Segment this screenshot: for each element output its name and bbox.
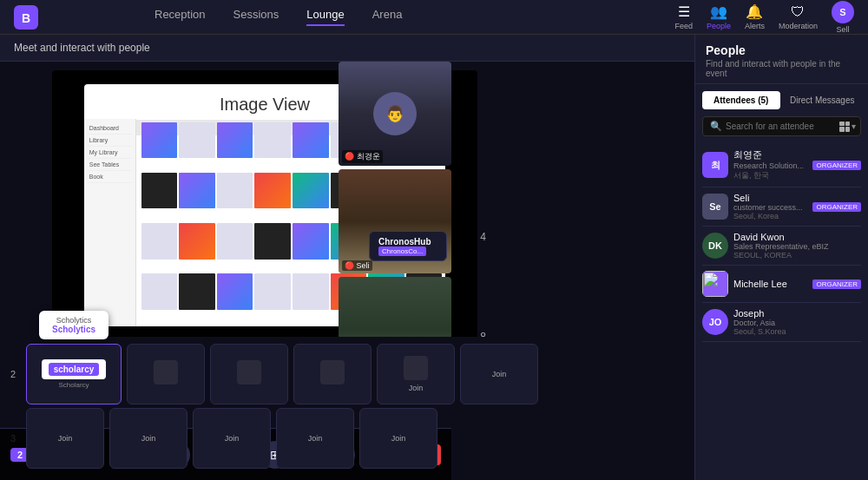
nav-moderation[interactable]: 🛡 Moderation	[779, 4, 818, 30]
table2-card-4[interactable]: Join	[276, 408, 354, 469]
table-number-4: 4	[480, 231, 486, 243]
join-label-2[interactable]: Join	[492, 370, 507, 378]
sidebar-item-5: Book	[88, 171, 132, 183]
join-3[interactable]: Join	[58, 434, 73, 443]
img-cell-18	[179, 223, 215, 260]
person-location: Seoul, Korea	[733, 212, 807, 220]
join-5[interactable]: Join	[225, 434, 240, 443]
table2-card-1[interactable]: Join	[26, 408, 104, 469]
popup-label: Scholytics	[48, 316, 100, 325]
tab-attendees[interactable]: Attendees (5)	[702, 91, 780, 109]
video-person-1: 👨 🔴 최경운	[339, 62, 451, 166]
image-view-sidebar: Dashboard Library My Library See Tables …	[84, 119, 136, 326]
subtitle-bar: Meet and interact with people	[0, 35, 694, 62]
table1-name-badge: scholarcy	[49, 363, 100, 376]
nav-arena[interactable]: Arena	[372, 8, 403, 26]
side-video-column: 👨 🔴 최경운 🔴 Seli 🔴 David Kwon	[339, 62, 451, 381]
person-role: Research Solution...	[733, 161, 807, 170]
person-info-5: Joseph Doctor, Asia Seoul, S.Korea	[733, 308, 861, 336]
organizer-badge: ORGANIZER	[812, 161, 861, 170]
person1-video-name: 🔴 최경운	[342, 150, 383, 163]
person-name: Seli	[733, 193, 807, 203]
chronoshub-tag: ChronosCo...	[378, 247, 426, 256]
img-cell-9	[141, 173, 178, 209]
list-item: 최 최영준 Research Solution... 서울, 한국 ORGANI…	[702, 143, 861, 187]
img-cell-10	[179, 173, 215, 209]
people-title: People	[706, 43, 858, 57]
table-card-3[interactable]	[210, 344, 288, 404]
person-role: Sales Representative, eBIZ	[733, 242, 861, 251]
img-cell-3	[217, 122, 253, 159]
nav-alerts[interactable]: 🔔 Alerts	[745, 3, 765, 30]
person-info-4: Michelle Lee	[733, 279, 807, 289]
join-label-1[interactable]: Join	[409, 384, 424, 392]
alerts-label: Alerts	[745, 22, 765, 30]
img-cell-13	[293, 173, 329, 209]
people-search-input[interactable]	[726, 122, 836, 131]
moderation-label: Moderation	[779, 22, 818, 30]
img-cell-25	[141, 273, 178, 310]
person-location: SEOUL, KOREA	[733, 251, 861, 260]
table-card-6[interactable]: Join	[460, 344, 538, 404]
tab-direct-messages[interactable]: Direct Messages	[784, 91, 862, 109]
list-item: Se Seli customer success... Seoul, Korea…	[702, 187, 861, 227]
person-info-1: 최영준 Research Solution... 서울, 한국	[733, 148, 807, 181]
sidebar-item-1: Dashboard	[88, 122, 132, 135]
popup-brand: Scholytics	[48, 325, 100, 334]
people-tabs: Attendees (5) Direct Messages	[702, 91, 861, 109]
people-list: 최 최영준 Research Solution... 서울, 한국 ORGANI…	[695, 143, 868, 480]
scholarcy-popup: Scholytics Scholytics	[39, 311, 108, 339]
top-navigation: B Reception Sessions Lounge Arena ☰ Feed…	[0, 0, 868, 35]
person-location: Seoul, S.Korea	[733, 327, 861, 336]
nav-lounge[interactable]: Lounge	[306, 8, 344, 26]
sidebar-item-2: Library	[88, 135, 132, 147]
people-panel: People Find and interact with people in …	[694, 35, 868, 480]
sidebar-item-3: My Library	[88, 147, 132, 159]
table2-card-3[interactable]: Join	[193, 408, 271, 469]
table-area: 2 scholarcy Scholarcy Scholytics Scholyt…	[0, 337, 694, 480]
main-content: Meet and interact with people people one…	[0, 35, 868, 480]
table2-card-5[interactable]: Join	[359, 408, 437, 469]
sidebar-item-4: See Tables	[88, 159, 132, 171]
grid-dots-icon	[839, 122, 850, 132]
video-area: people one-on-one rt Speed Networking › …	[0, 62, 694, 480]
table1-badge: scholarcy	[42, 359, 107, 379]
table-card-4[interactable]	[293, 344, 372, 404]
nav-people[interactable]: 👥 People	[707, 3, 731, 30]
img-cell-20	[254, 223, 291, 260]
table2-card-2[interactable]: Join	[109, 408, 187, 469]
join-7[interactable]: Join	[391, 434, 406, 443]
img-cell-21	[293, 223, 329, 260]
person2-video-name: 🔴 Seli	[342, 260, 372, 271]
nav-reception[interactable]: Reception	[155, 8, 206, 26]
img-cell-19	[217, 223, 253, 260]
people-subtitle: Find and interact with people in the eve…	[706, 59, 858, 78]
join-6[interactable]: Join	[308, 434, 323, 443]
nav-sessions[interactable]: Sessions	[233, 8, 279, 26]
table1-card[interactable]: scholarcy Scholarcy	[26, 344, 122, 404]
moderation-icon: 🛡	[791, 4, 805, 20]
img-cell-17	[141, 223, 178, 260]
grid-view-toggle[interactable]: ▾	[839, 122, 856, 132]
table-card-5[interactable]: Join	[377, 344, 455, 404]
table1-sub-label: Scholarcy	[58, 381, 89, 389]
table1-number: 2	[10, 369, 21, 379]
img-cell-29	[293, 273, 329, 310]
list-item: Michelle Lee ORGANIZER	[702, 266, 861, 303]
person-name: Michelle Lee	[733, 279, 807, 289]
left-panel: Meet and interact with people people one…	[0, 35, 694, 480]
join-4[interactable]: Join	[141, 434, 156, 443]
img-cell-5	[293, 122, 329, 159]
img-cell-11	[217, 173, 253, 209]
person-name: Joseph	[733, 308, 861, 319]
mini-avatar-2	[237, 360, 261, 385]
people-icon: 👥	[710, 3, 727, 20]
nav-sell[interactable]: S Sell	[832, 1, 854, 34]
user-avatar[interactable]: S	[832, 1, 854, 23]
app-logo[interactable]: B	[14, 5, 38, 30]
svg-text:B: B	[22, 11, 30, 25]
table-card-2[interactable]	[127, 344, 205, 404]
avatar: DK	[702, 233, 728, 259]
nav-feed[interactable]: ☰ Feed	[674, 3, 693, 30]
mini-avatar-3	[320, 360, 345, 385]
